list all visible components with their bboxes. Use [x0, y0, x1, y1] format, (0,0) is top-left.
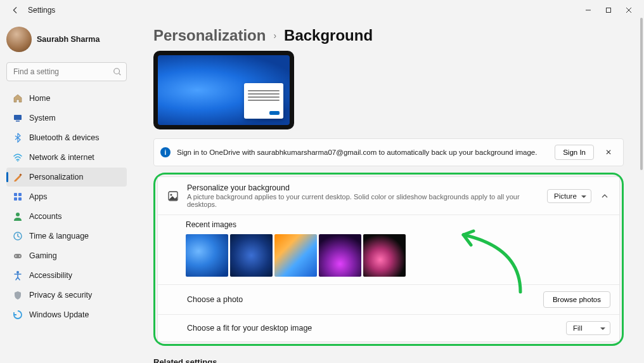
recent-images-section: Recent images [158, 215, 619, 284]
nav-label: Gaming [29, 251, 57, 260]
recent-thumbs [186, 234, 610, 277]
personalize-row: Personalize your background A picture ba… [158, 177, 619, 214]
sidebar: Saurabh Sharma Home System Bluetooth & d… [0, 20, 133, 363]
svg-rect-5 [16, 121, 20, 122]
user-profile[interactable]: Saurabh Sharma [6, 24, 127, 58]
recent-thumb[interactable] [319, 234, 361, 277]
svg-rect-1 [607, 8, 611, 13]
wifi-icon [13, 152, 23, 162]
recent-thumb[interactable] [230, 234, 273, 277]
expand-toggle[interactable] [599, 190, 610, 202]
window-title: Settings [28, 6, 55, 15]
svg-rect-10 [14, 197, 17, 201]
nav-update[interactable]: Windows Update [6, 305, 127, 324]
personalization-icon [13, 172, 23, 182]
maximize-button[interactable] [598, 1, 619, 19]
personalize-title: Personalize your background [187, 183, 539, 192]
nav-accounts[interactable]: Accounts [6, 207, 127, 226]
nav-time[interactable]: Time & language [6, 227, 127, 246]
svg-point-19 [171, 194, 172, 195]
svg-point-17 [16, 271, 19, 274]
page-title: Background [284, 27, 373, 44]
nav-personalization[interactable]: Personalization [6, 168, 127, 187]
browse-photos-button[interactable]: Browse photos [543, 291, 610, 308]
nav-network[interactable]: Network & internet [6, 148, 127, 167]
onedrive-notice: i Sign in to OneDrive with saurabhkumars… [153, 138, 624, 166]
update-icon [13, 310, 23, 320]
nav-gaming[interactable]: Gaming [6, 246, 127, 265]
fit-label: Choose a fit for your desktop image [187, 324, 558, 333]
svg-point-16 [19, 256, 20, 257]
dismiss-notice-button[interactable]: ✕ [600, 144, 617, 161]
nav-label: Home [29, 94, 50, 103]
image-icon [167, 190, 179, 202]
info-icon: i [160, 147, 171, 157]
svg-point-2 [114, 69, 120, 74]
bluetooth-icon [13, 133, 23, 143]
minimize-button[interactable] [578, 1, 598, 19]
nav-label: Accounts [29, 212, 61, 221]
breadcrumb-parent[interactable]: Personalization [153, 27, 266, 44]
nav-label: Personalization [29, 173, 83, 182]
desktop-preview [153, 51, 294, 129]
nav-label: Time & language [29, 232, 89, 241]
back-button[interactable] [5, 0, 25, 20]
svg-point-12 [16, 213, 20, 216]
nav-label: System [29, 114, 56, 122]
apps-icon [13, 192, 23, 202]
fit-select[interactable]: Fill [566, 321, 610, 335]
notice-text: Sign in to OneDrive with saurabhkumarsha… [177, 148, 548, 156]
main-content: Personalization › Background i Sign in t… [133, 20, 644, 363]
svg-rect-4 [14, 115, 22, 120]
nav-label: Privacy & security [29, 291, 92, 300]
annotation-highlight: Personalize your background A picture ba… [153, 173, 624, 346]
svg-point-15 [15, 256, 16, 257]
recent-thumb[interactable] [363, 234, 406, 277]
fit-row: Choose a fit for your desktop image Fill [158, 315, 619, 341]
accounts-icon [13, 211, 23, 221]
svg-line-3 [119, 74, 121, 76]
search-input[interactable] [6, 62, 127, 81]
nav-privacy[interactable]: Privacy & security [6, 286, 127, 305]
search-icon [113, 67, 122, 76]
nav-apps[interactable]: Apps [6, 187, 127, 206]
nav-label: Apps [29, 192, 48, 201]
chevron-right-icon: › [273, 30, 276, 41]
recent-label: Recent images [186, 220, 610, 229]
background-settings-card: Personalize your background A picture ba… [157, 176, 620, 342]
search-box [6, 62, 127, 81]
privacy-icon [13, 290, 23, 300]
nav-list: Home System Bluetooth & devices Network … [6, 89, 127, 324]
svg-point-6 [17, 161, 18, 162]
gaming-icon [13, 251, 23, 261]
background-type-select[interactable]: Picture [547, 189, 591, 203]
nav-label: Windows Update [29, 310, 89, 319]
personalize-desc: A picture background applies to your cur… [187, 193, 539, 208]
recent-thumb[interactable] [186, 234, 228, 277]
choose-photo-row: Choose a photo Browse photos [158, 285, 619, 314]
nav-home[interactable]: Home [6, 89, 127, 108]
scrollbar[interactable] [640, 18, 643, 170]
titlebar: Settings [0, 0, 644, 20]
sign-in-button[interactable]: Sign In [555, 145, 594, 160]
time-icon [13, 231, 23, 241]
choose-photo-label: Choose a photo [187, 295, 536, 304]
nav-label: Bluetooth & devices [29, 133, 100, 142]
svg-rect-14 [14, 254, 22, 258]
accessibility-icon [13, 270, 23, 280]
nav-bluetooth[interactable]: Bluetooth & devices [6, 128, 127, 147]
nav-accessibility[interactable]: Accessibility [6, 266, 127, 285]
recent-thumb[interactable] [274, 234, 317, 277]
system-icon [13, 113, 23, 123]
nav-label: Accessibility [29, 271, 72, 280]
nav-system[interactable]: System [6, 109, 127, 128]
svg-rect-9 [18, 193, 22, 196]
nav-label: Network & internet [29, 153, 94, 162]
related-settings-title: Related settings [153, 357, 624, 363]
svg-rect-8 [14, 193, 17, 196]
user-name: Saurabh Sharma [37, 35, 100, 44]
avatar [6, 27, 32, 52]
close-button[interactable] [619, 1, 639, 19]
home-icon [13, 93, 23, 103]
svg-rect-11 [18, 197, 22, 201]
